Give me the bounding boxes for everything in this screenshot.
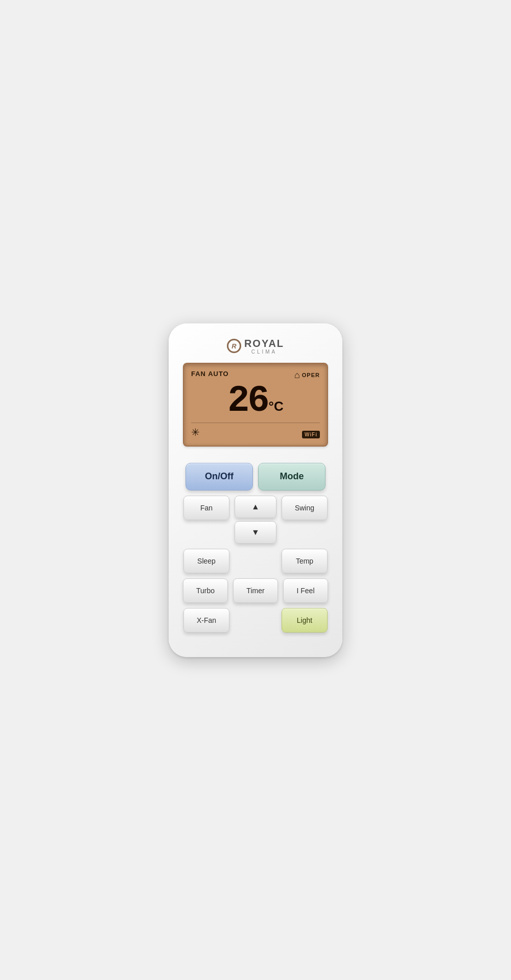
buttons-area: On/Off Mode Fan ▲ ▼ Swing Sleep Temp Tur… [183,463,328,633]
onoff-button[interactable]: On/Off [185,463,253,491]
brand-text: ROYAL CLIMA [244,338,284,355]
lcd-top-row: FAN AUTO ⌂ OPER [191,370,320,381]
temperature-unit: °C [269,399,284,414]
fan-mode-label: FAN AUTO [191,370,229,378]
wifi-badge: WiFi [302,431,320,438]
light-button[interactable]: Light [282,608,328,633]
sun-icon: ✳ [191,426,200,438]
brand-logo: R ROYAL CLIMA [227,338,284,355]
lcd-right-icons: ⌂ OPER [294,370,320,381]
fan-button[interactable]: Fan [183,496,229,520]
brand-name: ROYAL [244,338,284,349]
down-button[interactable]: ▼ [235,521,276,544]
oper-label: OPER [302,372,320,378]
row-xfan-light: X-Fan Light [183,608,328,633]
swing-button[interactable]: Swing [282,496,328,520]
mode-button[interactable]: Mode [258,463,326,491]
lcd-display: FAN AUTO ⌂ OPER 26 °C ✳ WiFi [183,363,328,447]
row-turbo-timer-ifeel: Turbo Timer I Feel [183,578,328,603]
lcd-temp-row: 26 °C [191,383,320,419]
row-fan-arrow-swing: Fan ▲ ▼ Swing [183,496,328,544]
timer-button[interactable]: Timer [233,578,278,603]
turbo-button[interactable]: Turbo [183,578,228,603]
row-onoff-mode: On/Off Mode [183,463,328,491]
home-icon: ⌂ [294,370,300,381]
ifeel-button[interactable]: I Feel [283,578,328,603]
remote-control: R ROYAL CLIMA FAN AUTO ⌂ OPER 26 °C ✳ Wi… [169,323,342,657]
arrow-column: ▲ ▼ [235,496,276,544]
sleep-button[interactable]: Sleep [183,549,229,573]
row-sleep-temp: Sleep Temp [183,549,328,573]
brand-area: R ROYAL CLIMA [183,338,328,355]
lcd-bottom-row: ✳ WiFi [191,426,320,438]
lcd-divider [191,423,320,423]
brand-icon: R [227,339,241,353]
temp-button[interactable]: Temp [282,549,328,573]
up-button[interactable]: ▲ [235,496,276,518]
temperature-value: 26 [227,383,267,419]
xfan-button[interactable]: X-Fan [183,608,229,633]
brand-subtitle: CLIMA [244,349,284,355]
